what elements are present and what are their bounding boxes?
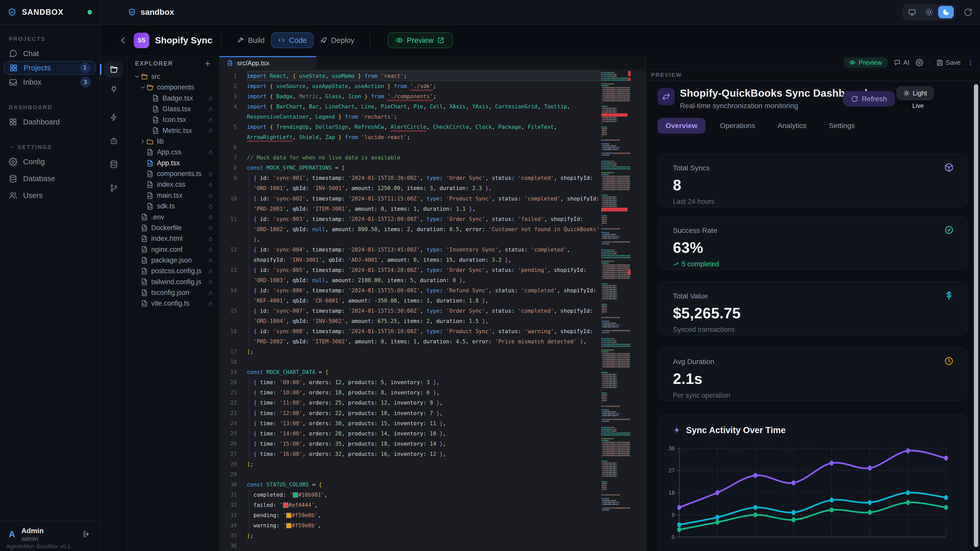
chat-icon (9, 49, 18, 58)
save-button[interactable]: Save (936, 59, 961, 66)
sidebar-item-users[interactable]: Users (4, 189, 96, 202)
dashboard-subtitle: Real-time synchronization monitoring (680, 102, 798, 110)
bot-tool-button[interactable] (104, 133, 123, 149)
trending-up-icon (673, 261, 679, 267)
tree-item-label: lib (157, 138, 164, 145)
app-root: SANDBOX PROJECTS Chat Projects 1 Inbox 3… (0, 0, 980, 551)
code-area[interactable]: 1import React, { useState, useMemo } fro… (220, 71, 646, 551)
build-button[interactable]: Build (231, 33, 271, 48)
folder-icon (141, 73, 148, 80)
sidebar-header: SANDBOX (0, 0, 100, 25)
file-code-icon (152, 116, 159, 124)
user-role: admin (21, 535, 44, 542)
file-item-package.json[interactable]: package.json (127, 255, 219, 265)
logout-icon[interactable] (83, 530, 91, 538)
sidebar-item-config[interactable]: Config (4, 155, 96, 168)
chart-title-text: Sync Activity Over Time (686, 425, 786, 435)
code-button[interactable]: Code (271, 32, 313, 48)
lock-icon (208, 247, 213, 252)
monitor-mode-button[interactable] (904, 6, 920, 18)
metric-card-total-syncs: Total Syncs 8 Last 24 hours (657, 154, 968, 207)
add-file-icon[interactable] (204, 60, 211, 67)
code-line: 19const MOCK_CHART_DATA = [ (220, 367, 646, 377)
dark-mode-button[interactable] (938, 6, 954, 18)
file-item-vite.config.ts[interactable]: vite.config.ts (127, 298, 219, 309)
zap-tool-button[interactable] (104, 110, 123, 126)
code-line: 36 (220, 541, 646, 551)
tab-overview[interactable]: Overview (657, 118, 706, 133)
more-menu-icon[interactable] (967, 59, 974, 66)
tree-item-label: Dockerfile (151, 224, 182, 232)
database-tool-button[interactable] (104, 156, 123, 172)
file-item-components.ts[interactable]: components.ts (127, 168, 219, 179)
sidebar-item-dashboard[interactable]: Dashboard (4, 115, 96, 129)
file-item-Icon.tsx[interactable]: Icon.tsx (127, 114, 219, 125)
files-tool-button[interactable] (104, 61, 123, 78)
folder-icon (110, 65, 118, 74)
database-icon (110, 160, 118, 168)
preview-scrollbar[interactable] (974, 84, 978, 547)
tree-item-label: index.css (157, 181, 186, 189)
file-item-Glass.tsx[interactable]: Glass.tsx (127, 103, 219, 114)
file-item-postcss.config.js[interactable]: postcss.config.js (127, 266, 219, 276)
tab-operations[interactable]: Operations (712, 118, 763, 133)
code-line: 4import { BarChart, Bar, LineChart, Line… (220, 102, 646, 122)
file-code-icon (141, 213, 148, 221)
tab-settings[interactable]: Settings (821, 118, 863, 133)
code-line: 28]; (220, 459, 646, 469)
lock-icon (208, 214, 213, 220)
chevron-right-icon (139, 138, 146, 145)
file-item-tsconfig.json[interactable]: tsconfig.json (127, 287, 219, 298)
file-item-tailwind.config.js[interactable]: tailwind.config.js (127, 276, 219, 287)
sidebar-item-projects[interactable]: Projects 1 (4, 61, 96, 75)
user-block[interactable]: A Admin admin (0, 521, 100, 542)
light-mode-button[interactable] (921, 6, 937, 18)
file-item-App.tsx[interactable]: App.tsx (127, 158, 219, 168)
plugin-tool-button[interactable] (104, 81, 123, 97)
deploy-button[interactable]: Deploy (313, 33, 361, 48)
file-item-main.tsx[interactable]: main.tsx (127, 190, 219, 201)
file-item-index.css[interactable]: index.css (127, 179, 219, 190)
editor-tab[interactable]: src/App.tsx (220, 56, 317, 69)
gear-icon[interactable] (916, 59, 923, 66)
file-item-Badge.tsx[interactable]: Badge.tsx (127, 93, 219, 103)
sidebar-item-chat[interactable]: Chat (4, 47, 96, 60)
dashboard-refresh-button[interactable]: Refresh (843, 91, 895, 106)
rocket-icon (320, 37, 327, 44)
chevron-down-icon (139, 84, 146, 91)
file-item-sdk.ts[interactable]: sdk.ts (127, 201, 219, 211)
preview-mode-button[interactable]: Preview (844, 57, 888, 68)
file-item-.env[interactable]: .env (127, 212, 219, 222)
file-item-Metric.tsx[interactable]: Metric.tsx (127, 125, 219, 136)
file-item-nginx.conf[interactable]: nginx.conf (127, 244, 219, 255)
file-item-App.css[interactable]: App.css (127, 147, 219, 158)
explorer-title: EXPLORER (135, 60, 173, 67)
tree-item-label: Metric.tsx (162, 127, 192, 135)
file-explorer: EXPLORER srccomponentsBadge.tsxGlass.tsx… (127, 56, 220, 551)
tree-item-label: postcss.config.js (151, 267, 202, 275)
user-name: Admin (21, 526, 44, 535)
inbox-badge: 3 (80, 77, 91, 87)
svg-text:0: 0 (672, 534, 675, 540)
folder-item-components[interactable]: components (127, 82, 219, 93)
file-item-index.html[interactable]: index.html (127, 233, 219, 244)
package-icon (944, 163, 954, 172)
file-item-Dockerfile[interactable]: Dockerfile (127, 222, 219, 233)
light-toggle[interactable]: Light (897, 86, 934, 100)
git-tool-button[interactable] (104, 180, 123, 196)
folder-item-src[interactable]: src (127, 71, 219, 82)
chevron-down-icon (9, 144, 14, 150)
section-label-settings[interactable]: SETTINGS (0, 144, 100, 151)
back-button[interactable] (119, 36, 127, 44)
ai-button[interactable]: AI (894, 59, 909, 66)
code-editor[interactable]: src/App.tsx 1import React, { useState, u… (220, 56, 646, 551)
sidebar-item-database[interactable]: Database (4, 171, 96, 186)
refresh-icon[interactable] (964, 8, 972, 17)
tree-item-label: tsconfig.json (151, 289, 189, 297)
preview-button[interactable]: Preview (388, 32, 453, 48)
editor-minimap[interactable] (601, 71, 630, 551)
code-line: 22 { time: '11:00', orders: 25, products… (220, 398, 646, 408)
folder-item-lib[interactable]: lib (127, 136, 219, 147)
sidebar-item-inbox[interactable]: Inbox 3 (4, 75, 96, 89)
tab-analytics[interactable]: Analytics (770, 118, 815, 133)
